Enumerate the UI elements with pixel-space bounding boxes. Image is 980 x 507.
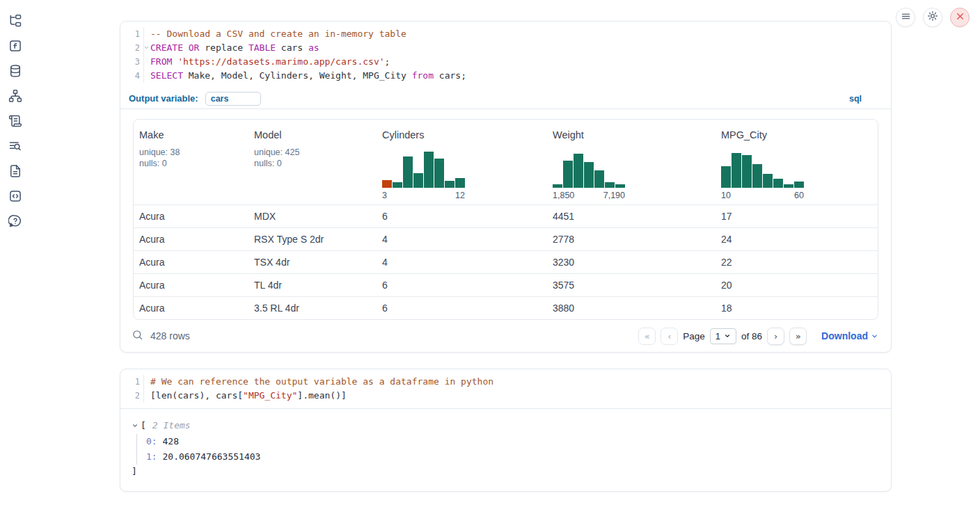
sidebar-item-datasources[interactable] <box>8 65 22 79</box>
sidebar-item-variables[interactable] <box>8 40 22 54</box>
network-icon <box>8 89 22 106</box>
table-cell: 18 <box>716 303 878 314</box>
table-cell: Acura <box>134 303 248 314</box>
sidebar-item-file-explorer[interactable] <box>8 15 22 29</box>
axis-label: 10 <box>721 191 731 200</box>
settings-button[interactable] <box>923 8 942 27</box>
language-badge: sql <box>849 94 862 104</box>
histogram-bar[interactable] <box>403 156 413 188</box>
next-page-button[interactable]: › <box>767 328 784 345</box>
histogram-bar[interactable] <box>382 180 392 188</box>
items-count-label: 2 Items <box>152 419 191 433</box>
sidebar-item-dependencies[interactable] <box>8 90 22 104</box>
axis-label: 60 <box>794 191 804 200</box>
table-row: AcuraTSX 4dr4323022 <box>134 250 878 273</box>
table-row: AcuraTL 4dr6357520 <box>134 273 878 296</box>
row-count-label: 428 rows <box>150 330 190 341</box>
stat-nulls: nulls: 0 <box>254 158 371 169</box>
first-page-button[interactable]: « <box>638 328 656 345</box>
scroll-icon <box>8 114 22 131</box>
column-header-weight[interactable]: Weight 1,8507,190 <box>547 129 716 204</box>
histogram-bar[interactable] <box>742 155 752 188</box>
histogram-bar[interactable] <box>434 159 444 188</box>
table-cell: 3880 <box>547 303 716 314</box>
table-cell: 20 <box>716 280 878 291</box>
histogram-bar[interactable] <box>763 174 773 188</box>
histogram-bar[interactable] <box>553 184 562 188</box>
histogram-bar[interactable] <box>413 173 423 188</box>
table-cell: 4451 <box>547 211 716 222</box>
column-header-model[interactable]: Model unique: 425nulls: 0 <box>248 129 377 204</box>
histogram-bar[interactable] <box>605 182 615 188</box>
histogram-bar[interactable] <box>584 162 594 188</box>
histogram-bar[interactable] <box>773 179 783 188</box>
stat-nulls: nulls: 0 <box>139 158 243 169</box>
output-variable-row: Output variable: sql <box>120 88 891 109</box>
database-icon <box>8 64 22 81</box>
previous-page-button[interactable]: ‹ <box>661 328 678 345</box>
line-number: 1 <box>120 27 144 41</box>
page-label: Page <box>683 331 705 341</box>
pagination: « ‹ Page 1 of 86 › » Download <box>638 328 878 345</box>
histogram-bar[interactable] <box>574 154 583 188</box>
page-select[interactable]: 1 <box>710 328 736 344</box>
sql-code-editor[interactable]: 1-- Download a CSV and create an in-memo… <box>120 22 891 88</box>
histogram-bar[interactable] <box>563 161 573 188</box>
table-cell: 2778 <box>547 234 716 245</box>
search-icon[interactable] <box>132 329 143 344</box>
histogram-bar[interactable] <box>721 166 731 188</box>
code-line: 3FROM 'https://datasets.marimo.app/cars.… <box>120 55 891 69</box>
histogram-bar[interactable] <box>752 164 762 188</box>
table-footer: 428 rows « ‹ Page 1 of 86 › » Download <box>120 320 891 352</box>
sidebar-item-help[interactable] <box>8 216 22 230</box>
line-number: 2 <box>120 41 144 55</box>
column-header-mpg-city[interactable]: MPG_City 1060 <box>716 129 878 204</box>
shutdown-button[interactable] <box>950 8 970 27</box>
python-code-editor[interactable]: 1# We can reference the output variable … <box>120 369 891 408</box>
histogram-bar[interactable] <box>615 184 625 188</box>
collapse-chevron-icon[interactable] <box>132 422 139 429</box>
sidebar-item-snippets[interactable] <box>8 191 22 204</box>
code-line: 1# We can reference the output variable … <box>120 375 891 389</box>
histogram-bar[interactable] <box>424 152 434 188</box>
fold-chevron-icon[interactable] <box>143 45 150 51</box>
bracket-open: [ <box>141 419 146 433</box>
code-text: [len(cars), cars["MPG_City"].mean()] <box>144 389 347 403</box>
table-cell: TSX 4dr <box>248 257 377 268</box>
axis-label: 1,850 <box>553 191 574 200</box>
sql-cell: 1-- Download a CSV and create an in-memo… <box>120 21 892 353</box>
line-number: 1 <box>120 375 144 389</box>
line-number: 4 <box>120 69 144 83</box>
histogram-bar[interactable] <box>455 178 465 188</box>
cylinders-histogram[interactable]: 312 <box>382 152 542 204</box>
stat-unique: unique: 38 <box>139 147 243 158</box>
sidebar-item-logs[interactable] <box>8 115 22 129</box>
data-table: Make unique: 38nulls: 0 Model unique: 42… <box>133 119 878 320</box>
last-page-button[interactable]: » <box>789 328 807 345</box>
output-variable-input[interactable] <box>205 92 261 106</box>
column-header-cylinders[interactable]: Cylinders 312 <box>377 129 547 204</box>
code-line: 2CREATE OR replace TABLE cars as <box>120 41 891 55</box>
histogram-bar[interactable] <box>794 182 804 188</box>
table-row: AcuraRSX Type S 2dr4277824 <box>134 227 878 250</box>
function-square-icon <box>8 39 22 56</box>
table-cell: RSX Type S 2dr <box>248 234 377 245</box>
help-bubble-icon <box>8 214 22 231</box>
mpg-city-histogram[interactable]: 1060 <box>721 152 872 204</box>
column-header-make[interactable]: Make unique: 38nulls: 0 <box>134 129 248 204</box>
histogram-bar[interactable] <box>594 170 604 188</box>
histogram-bar[interactable] <box>393 182 402 188</box>
download-button[interactable]: Download <box>821 330 878 341</box>
notebook-menu-button[interactable] <box>896 8 915 27</box>
weight-histogram[interactable]: 1,8507,190 <box>553 152 710 204</box>
output-tree: [ 2 Items 0: 4281: 20.060747663551403 ] <box>120 409 891 491</box>
gear-icon <box>927 10 938 24</box>
table-cell: Acura <box>134 234 248 245</box>
histogram-bar[interactable] <box>784 184 793 188</box>
histogram-bar[interactable] <box>732 153 741 188</box>
table-cell: 3.5 RL 4dr <box>248 303 377 314</box>
sidebar-item-documentation[interactable] <box>8 166 22 179</box>
code-line: 1-- Download a CSV and create an in-memo… <box>120 27 891 41</box>
histogram-bar[interactable] <box>445 181 455 188</box>
sidebar-item-outline[interactable] <box>8 140 22 154</box>
